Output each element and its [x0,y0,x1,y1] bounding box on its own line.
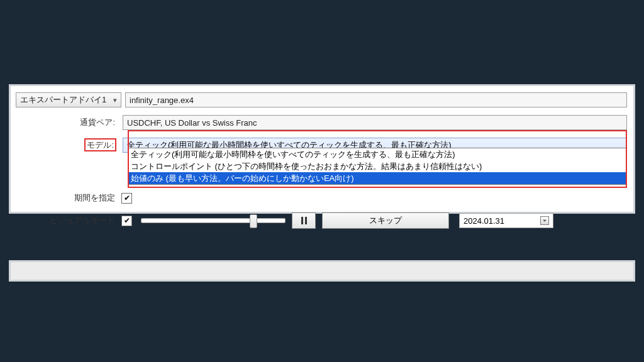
panel-bottom-strip [9,260,635,282]
model-option-open-prices[interactable]: 始値のみ (最も早い方法。バーの始めにしか動かないEA向け) [128,172,626,184]
row-period: 期間を指定 ✔ [16,189,627,207]
pair-dropdown[interactable]: USDCHF, US Dollar vs Swiss Franc [123,115,627,130]
speed-slider[interactable] [141,214,286,228]
skip-button[interactable]: スキップ [322,212,449,229]
row-visual: ビジュアルモード ✔ スキップ 2024.01.31 [16,212,627,229]
calendar-dropdown-icon [540,216,549,225]
period-label: 期間を指定 [16,192,119,204]
ea-file-input[interactable]: infinity_range.ex4 [125,92,627,107]
skip-label: スキップ [369,215,402,226]
chevron-down-icon: ▾ [113,97,117,104]
skip-date-value: 2024.01.31 [464,216,504,226]
ea-type-label: エキスパートアドバイ1 [20,94,106,106]
visual-checkbox[interactable]: ✔ [121,216,132,226]
row-pair: 通貨ペア: USDCHF, US Dollar vs Swiss Franc [16,114,627,131]
pair-value: USDCHF, US Dollar vs Swiss Franc [127,118,257,128]
model-label: モデル: [86,140,115,150]
pause-icon [305,217,307,224]
skip-date-picker[interactable]: 2024.01.31 [459,213,553,228]
row-ea: エキスパートアドバイ1 ▾ infinity_range.ex4 [16,91,627,109]
slider-thumb[interactable] [250,214,257,228]
ea-file-value: infinity_range.ex4 [130,96,194,105]
pair-label: 通貨ペア: [16,117,119,128]
ea-type-dropdown[interactable]: エキスパートアドバイ1 ▾ [16,92,121,107]
slider-track [141,218,286,223]
model-option-control-points[interactable]: コントロールポイント (ひとつ下の時間枠を使ったおおまかな方法。結果はあまり信頼… [128,160,626,172]
model-dropdown-list[interactable]: 全ティック(利用可能な最小時間枠を使いすべてのティックを生成する、最も正確な方法… [128,148,627,185]
backtest-settings-panel: エキスパートアドバイ1 ▾ infinity_range.ex4 通貨ペア: U… [9,84,635,214]
pause-button[interactable] [292,212,316,229]
pause-icon [301,217,303,224]
model-option-every-tick[interactable]: 全ティック(利用可能な最小時間枠を使いすべてのティックを生成する、最も正確な方法… [128,148,626,160]
model-label-wrap: モデル: [16,140,119,151]
visual-label: ビジュアルモード [16,215,119,226]
period-checkbox[interactable]: ✔ [121,193,132,204]
